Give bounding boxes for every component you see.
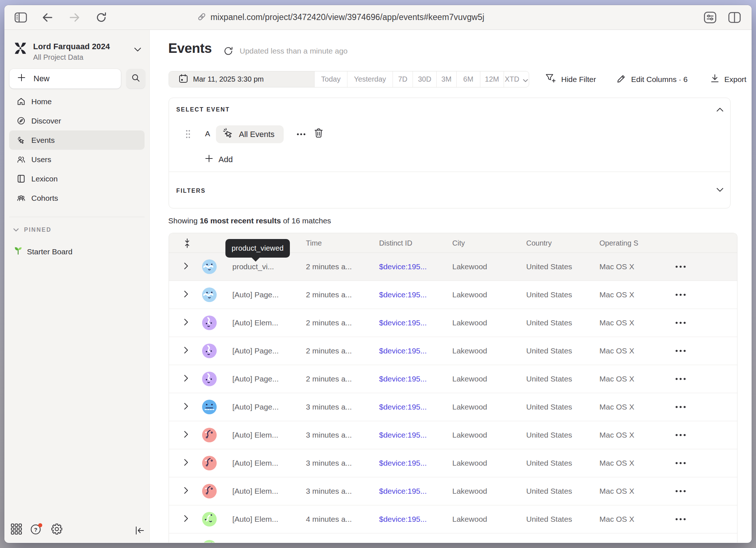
row-menu-icon[interactable] [673,489,689,493]
cell-event[interactable]: [Auto] Page... [232,290,279,299]
cell-distinct-id[interactable]: $device:195... [379,262,427,271]
reload-icon[interactable] [96,12,107,23]
row-menu-icon[interactable] [673,293,689,297]
cell-distinct-id[interactable]: $device:195... [379,347,427,355]
table-row[interactable]: [Auto] Elem...4 minutes a...$device:195.… [169,505,737,533]
row-menu-icon[interactable] [673,461,689,465]
row-menu-icon[interactable] [673,377,689,381]
users-icon [17,156,25,164]
expand-row-icon[interactable] [184,347,188,355]
expand-row-icon[interactable] [184,375,188,383]
cell-distinct-id[interactable]: $device:195... [379,487,427,496]
row-menu-icon[interactable] [673,517,689,521]
event-more-icon[interactable] [290,125,312,143]
table-row[interactable]: [Auto] Page...2 minutes a...$device:195.… [169,337,737,365]
row-menu-icon[interactable] [673,405,689,409]
drag-handle-icon[interactable] [186,130,190,140]
cell-event[interactable]: [Auto] Elem... [232,515,278,524]
expand-row-icon[interactable] [184,431,188,439]
sidebar-item-home[interactable]: Home [9,92,145,111]
table-row[interactable]: [Auto] Elem...2 minutes a...$device:195.… [169,309,737,337]
table-row[interactable]: [Auto] Page...2 minutes a...$device:195.… [169,281,737,309]
row-menu-icon[interactable] [673,433,689,437]
column-header-distinct-id[interactable]: Distinct ID [379,239,412,247]
table-row[interactable]: [Auto] Elem...3 minutes a...$device:195.… [169,477,737,505]
cell-distinct-id[interactable]: $device:195... [379,403,427,411]
add-event-button[interactable]: Add [205,154,233,165]
sidebar-toggle-icon[interactable] [15,12,27,23]
workspace-chevron-down-icon[interactable] [134,47,141,53]
new-button[interactable]: New [9,69,121,89]
event-avatar [202,456,217,470]
sidebar-item-starter-board[interactable]: Starter Board [14,246,72,257]
collapse-rows-icon[interactable] [184,238,190,250]
cell-event[interactable]: [Auto] Elem... [232,431,278,439]
apps-grid-icon[interactable] [11,523,22,536]
sidebar-item-cohorts[interactable]: Cohorts [9,188,145,208]
split-view-icon[interactable] [728,12,741,23]
settings-gear-icon[interactable] [51,523,63,536]
cell-event[interactable]: [Auto] Elem... [232,487,278,496]
column-header-country[interactable]: Country [526,239,552,247]
hide-filter-button[interactable]: Hide Filter [546,74,596,85]
pinned-section-header[interactable]: PINNED [13,227,51,233]
cell-distinct-id[interactable]: $device:195... [379,431,427,439]
event-avatar [202,484,217,498]
cell-distinct-id[interactable]: $device:195... [379,459,427,467]
panel-divider [169,172,730,172]
table-row[interactable]: [Auto] Elem...3 minutes a...$device:195.… [169,449,737,477]
cell-event[interactable]: [Auto] Elem... [232,318,278,327]
collapse-sidebar-icon[interactable] [135,526,145,536]
back-icon[interactable] [42,13,53,22]
refresh-icon[interactable] [224,46,233,57]
edit-columns-button[interactable]: Edit Columns · 6 [617,74,688,85]
cell-event[interactable]: [Auto] Elem... [232,459,278,467]
table-row[interactable]: [Auto] Page...2 minutes a...$device:195.… [169,365,737,393]
cell-distinct-id[interactable]: $device:195... [379,375,427,383]
page-settings-icon[interactable] [704,12,716,23]
workspace-switcher[interactable]: Lord Farquaad 2024 All Project Data [14,42,110,62]
expand-row-icon[interactable] [184,459,188,467]
cell-event[interactable]: [Auto] Page... [232,403,279,411]
row-menu-icon[interactable] [673,349,689,353]
expand-row-icon[interactable] [184,487,188,496]
expand-row-icon[interactable] [184,515,188,524]
search-button[interactable] [126,69,145,89]
trash-icon[interactable] [314,128,323,140]
column-header-time[interactable]: Time [306,239,322,247]
cell-city: Lakewood [452,262,487,271]
cell-event[interactable]: [Auto] Page... [232,347,279,355]
help-icon[interactable]: ? [31,523,44,536]
table-row[interactable]: [Auto] Page...3 minutes a...$device:195.… [169,393,737,421]
expand-row-icon[interactable] [184,262,188,271]
sidebar-item-label: Events [31,136,55,145]
column-header-city[interactable]: City [452,239,465,247]
cell-event[interactable]: product_vi... [232,262,274,271]
sidebar-item-events[interactable]: Events [9,130,145,150]
expand-row-icon[interactable] [184,318,188,327]
event-click-icon [223,128,233,141]
sidebar-item-discover[interactable]: Discover [9,111,145,130]
row-menu-icon[interactable] [673,321,689,325]
expand-row-icon[interactable] [184,290,188,299]
chevron-down-icon[interactable] [716,187,724,193]
column-header-operating-s[interactable]: Operating S [599,239,638,247]
export-button[interactable]: Export [710,74,747,85]
cell-event[interactable]: [Auto] Page... [232,375,279,383]
cell-distinct-id[interactable]: $device:195... [379,290,427,299]
table-row[interactable]: [Auto] Elem...3 minutes a...$device:195.… [169,421,737,449]
url-text[interactable]: mixpanel.com/project/3472420/view/397469… [210,12,484,22]
table-row[interactable]: [Auto] Elem...4 minutes a...$device:195.… [169,533,737,543]
forward-icon[interactable] [69,13,80,22]
address-bar[interactable]: mixpanel.com/project/3472420/view/397469… [197,5,484,30]
cell-distinct-id[interactable]: $device:195... [379,515,427,524]
expand-row-icon[interactable] [184,403,188,411]
tooltip-text: product_viewed [232,244,284,253]
all-events-chip[interactable]: All Events [216,125,284,143]
updated-status: Updated less than a minute ago [240,47,348,55]
cell-distinct-id[interactable]: $device:195... [379,318,427,327]
row-menu-icon[interactable] [673,265,689,269]
sidebar-item-users[interactable]: Users [9,150,145,169]
chevron-up-icon[interactable] [716,107,724,113]
sidebar-item-lexicon[interactable]: Lexicon [9,169,145,188]
